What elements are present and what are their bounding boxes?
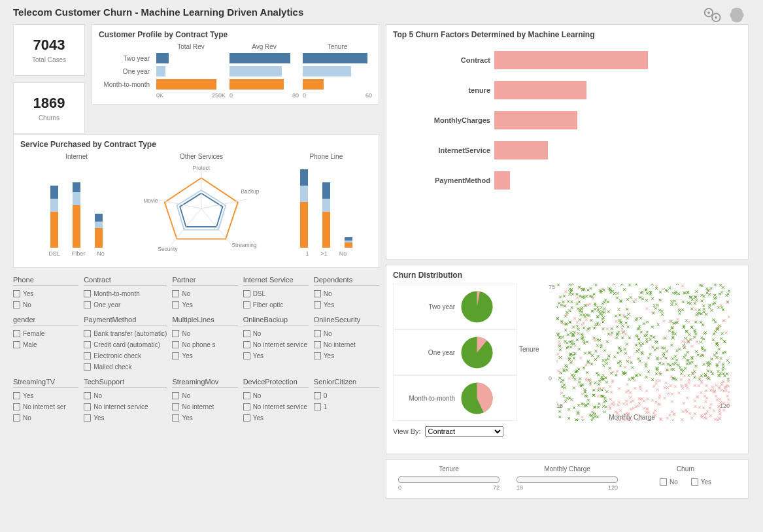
slider-monthly[interactable] [517, 476, 618, 483]
checkbox-icon[interactable] [314, 301, 321, 308]
filter-opt[interactable]: No [243, 328, 309, 339]
bar-m2m-tenure[interactable] [303, 79, 324, 90]
checkbox-icon[interactable] [172, 352, 179, 359]
filter-opt[interactable]: One year [84, 299, 167, 310]
filter-opt[interactable]: No [13, 299, 78, 310]
filter-opt[interactable]: Yes [314, 299, 379, 310]
bar-m2m-avg[interactable] [229, 79, 284, 90]
checkbox-icon[interactable] [172, 341, 179, 348]
checkbox-icon[interactable] [84, 330, 91, 337]
checkbox-icon[interactable] [172, 301, 179, 308]
filter-opt[interactable]: No internet [314, 339, 379, 350]
checkbox-icon[interactable] [13, 330, 20, 337]
filter-opt[interactable]: Yes [172, 412, 237, 424]
factor-bar[interactable] [494, 141, 548, 159]
factor-bar[interactable] [494, 81, 586, 99]
filter-opt[interactable]: No [13, 412, 78, 424]
filter-opt[interactable]: No [314, 288, 379, 299]
checkbox-icon[interactable] [243, 352, 250, 359]
filter-opt[interactable]: Male [13, 339, 78, 350]
checkbox-icon[interactable] [172, 290, 179, 297]
checkbox-icon[interactable] [243, 290, 250, 297]
checkbox-icon[interactable] [84, 290, 91, 297]
filter-opt[interactable]: Fiber optic [243, 299, 309, 310]
checkbox-icon[interactable] [84, 341, 91, 348]
filter-opt[interactable]: Yes [243, 412, 309, 424]
checkbox-icon[interactable] [172, 392, 179, 399]
filter-opt[interactable]: Month-to-month [84, 288, 167, 299]
filter-opt[interactable]: Yes [84, 412, 167, 424]
checkbox-icon[interactable] [314, 403, 321, 410]
filter-opt[interactable]: DSL [243, 288, 309, 299]
churn-scatter-chart[interactable]: Tenure 750 15 120 Monthly Charge [522, 284, 741, 421]
checkbox-icon[interactable] [243, 403, 250, 410]
filter-opt[interactable]: No [243, 390, 309, 401]
pie-chart[interactable] [459, 380, 495, 416]
checkbox-icon[interactable] [243, 414, 250, 422]
filter-opt[interactable]: Credit card (automatic) [84, 339, 167, 350]
filter-opt[interactable]: Yes [314, 350, 379, 361]
bar-twoyear-avg[interactable] [229, 53, 290, 63]
bar-oneyear-avg[interactable] [229, 66, 282, 76]
filter-opt[interactable]: No [172, 390, 237, 401]
brain-icon[interactable] [727, 5, 747, 26]
checkbox-icon[interactable] [172, 414, 179, 422]
filter-opt[interactable]: No [172, 328, 237, 339]
filter-opt[interactable]: No internet service [84, 401, 167, 412]
filter-opt[interactable]: No internet [172, 401, 237, 412]
checkbox-icon[interactable] [243, 330, 250, 337]
churn-filter-no[interactable]: No [660, 476, 678, 488]
checkbox-icon[interactable] [84, 403, 91, 410]
bar-oneyear-tenure[interactable] [303, 66, 351, 76]
factor-bar[interactable] [494, 51, 648, 69]
filter-opt[interactable]: Yes [13, 390, 78, 401]
checkbox-icon[interactable] [13, 341, 20, 348]
filter-opt[interactable]: No internet ser [13, 401, 78, 412]
checkbox-icon[interactable] [172, 403, 179, 410]
checkbox-icon[interactable] [84, 301, 91, 308]
checkbox-icon[interactable] [84, 392, 91, 399]
filter-opt[interactable]: No internet service [243, 401, 309, 412]
filter-opt[interactable]: No [314, 328, 379, 339]
checkbox-icon[interactable] [13, 414, 20, 422]
slider-tenure[interactable] [398, 476, 500, 483]
filter-opt[interactable]: No [172, 288, 237, 299]
filter-opt[interactable]: No phone s [172, 339, 237, 350]
filter-opt[interactable]: Electronic check [84, 350, 167, 361]
checkbox-icon[interactable] [314, 352, 321, 359]
filter-opt[interactable]: No [84, 390, 167, 401]
checkbox-icon[interactable] [13, 392, 20, 399]
svc-internet-chart[interactable] [20, 163, 133, 248]
filter-opt[interactable]: Yes [13, 288, 78, 299]
bar-oneyear-rev[interactable] [156, 66, 165, 76]
checkbox-icon[interactable] [314, 330, 321, 337]
checkbox-icon[interactable] [243, 301, 250, 308]
checkbox-icon[interactable] [84, 414, 91, 422]
viewby-select[interactable]: Contract [425, 426, 503, 437]
churn-filter-yes[interactable]: Yes [691, 476, 711, 488]
checkbox-icon[interactable] [243, 341, 250, 348]
svc-radar-chart[interactable]: Protect Backup Streaming Security Movie [138, 163, 265, 254]
filter-opt[interactable]: Mailed check [84, 361, 167, 373]
filter-opt[interactable]: 0 [314, 390, 379, 401]
bar-twoyear-tenure[interactable] [303, 53, 367, 63]
checkbox-icon[interactable] [314, 290, 321, 297]
checkbox-icon[interactable] [84, 352, 91, 359]
checkbox-icon[interactable] [13, 403, 20, 410]
checkbox-icon[interactable] [13, 290, 20, 297]
filter-opt[interactable]: Female [13, 328, 78, 339]
pie-chart[interactable] [459, 335, 495, 371]
filter-opt[interactable]: Bank transfer (automatic) [84, 328, 167, 339]
checkbox-icon[interactable] [314, 341, 321, 348]
checkbox-icon[interactable] [314, 392, 321, 399]
factor-bar[interactable] [494, 111, 577, 129]
filter-opt[interactable]: Yes [172, 299, 237, 310]
filter-opt[interactable]: 1 [314, 401, 379, 412]
checkbox-icon[interactable] [13, 301, 20, 308]
svc-phone-chart[interactable] [270, 163, 382, 248]
gears-icon[interactable] [702, 5, 722, 26]
checkbox-icon[interactable] [243, 392, 250, 399]
filter-opt[interactable]: No internet service [243, 339, 309, 350]
checkbox-icon[interactable] [172, 330, 179, 337]
bar-m2m-rev[interactable] [156, 79, 216, 90]
